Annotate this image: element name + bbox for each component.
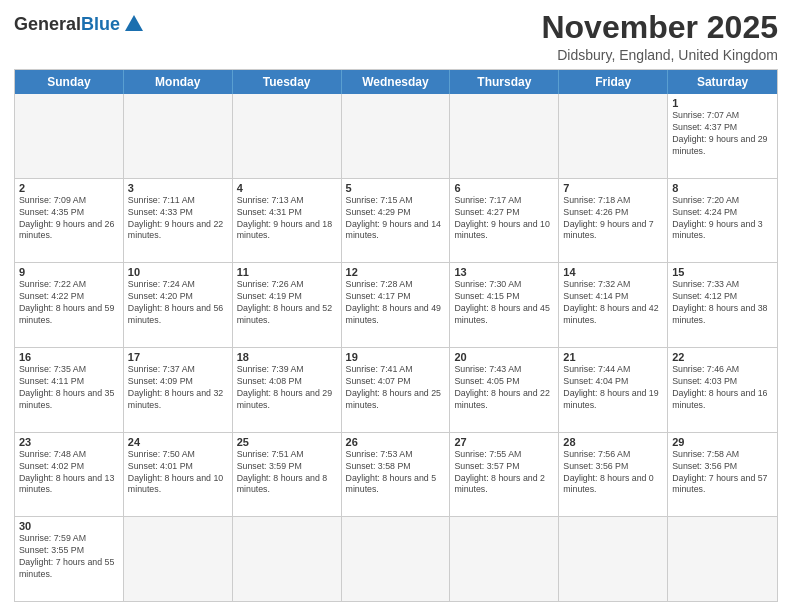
day-info: Sunrise: 7:58 AMSunset: 3:56 PMDaylight:… <box>672 449 773 497</box>
calendar: SundayMondayTuesdayWednesdayThursdayFrid… <box>14 69 778 602</box>
calendar-cell-0-2 <box>233 94 342 178</box>
day-number: 7 <box>563 182 663 194</box>
day-number: 21 <box>563 351 663 363</box>
calendar-cell-1-4: 6Sunrise: 7:17 AMSunset: 4:27 PMDaylight… <box>450 179 559 263</box>
day-info: Sunrise: 7:26 AMSunset: 4:19 PMDaylight:… <box>237 279 337 327</box>
weekday-header-saturday: Saturday <box>668 70 777 94</box>
calendar-cell-0-1 <box>124 94 233 178</box>
calendar-cell-2-4: 13Sunrise: 7:30 AMSunset: 4:15 PMDayligh… <box>450 263 559 347</box>
logo-text: General Blue <box>14 14 145 35</box>
day-number: 4 <box>237 182 337 194</box>
day-number: 2 <box>19 182 119 194</box>
main-title: November 2025 <box>541 10 778 45</box>
calendar-cell-3-2: 18Sunrise: 7:39 AMSunset: 4:08 PMDayligh… <box>233 348 342 432</box>
calendar-cell-1-5: 7Sunrise: 7:18 AMSunset: 4:26 PMDaylight… <box>559 179 668 263</box>
day-info: Sunrise: 7:56 AMSunset: 3:56 PMDaylight:… <box>563 449 663 497</box>
header: General Blue November 2025 Didsbury, Eng… <box>14 10 778 63</box>
day-number: 20 <box>454 351 554 363</box>
day-number: 25 <box>237 436 337 448</box>
day-info: Sunrise: 7:46 AMSunset: 4:03 PMDaylight:… <box>672 364 773 412</box>
day-info: Sunrise: 7:13 AMSunset: 4:31 PMDaylight:… <box>237 195 337 243</box>
day-info: Sunrise: 7:59 AMSunset: 3:55 PMDaylight:… <box>19 533 119 581</box>
logo-blue-text: Blue <box>81 14 120 35</box>
calendar-cell-3-5: 21Sunrise: 7:44 AMSunset: 4:04 PMDayligh… <box>559 348 668 432</box>
calendar-cell-4-0: 23Sunrise: 7:48 AMSunset: 4:02 PMDayligh… <box>15 433 124 517</box>
day-info: Sunrise: 7:53 AMSunset: 3:58 PMDaylight:… <box>346 449 446 497</box>
day-number: 10 <box>128 266 228 278</box>
page: General Blue November 2025 Didsbury, Eng… <box>0 0 792 612</box>
day-number: 9 <box>19 266 119 278</box>
day-info: Sunrise: 7:43 AMSunset: 4:05 PMDaylight:… <box>454 364 554 412</box>
day-info: Sunrise: 7:48 AMSunset: 4:02 PMDaylight:… <box>19 449 119 497</box>
day-number: 8 <box>672 182 773 194</box>
day-number: 19 <box>346 351 446 363</box>
day-number: 12 <box>346 266 446 278</box>
day-info: Sunrise: 7:33 AMSunset: 4:12 PMDaylight:… <box>672 279 773 327</box>
calendar-cell-3-1: 17Sunrise: 7:37 AMSunset: 4:09 PMDayligh… <box>124 348 233 432</box>
calendar-cell-0-6: 1Sunrise: 7:07 AMSunset: 4:37 PMDaylight… <box>668 94 777 178</box>
day-number: 11 <box>237 266 337 278</box>
day-number: 14 <box>563 266 663 278</box>
day-info: Sunrise: 7:24 AMSunset: 4:20 PMDaylight:… <box>128 279 228 327</box>
day-number: 24 <box>128 436 228 448</box>
day-number: 15 <box>672 266 773 278</box>
weekday-header-thursday: Thursday <box>450 70 559 94</box>
calendar-cell-2-3: 12Sunrise: 7:28 AMSunset: 4:17 PMDayligh… <box>342 263 451 347</box>
calendar-cell-5-1 <box>124 517 233 601</box>
day-info: Sunrise: 7:18 AMSunset: 4:26 PMDaylight:… <box>563 195 663 243</box>
day-info: Sunrise: 7:55 AMSunset: 3:57 PMDaylight:… <box>454 449 554 497</box>
logo: General Blue <box>14 14 145 35</box>
day-number: 18 <box>237 351 337 363</box>
calendar-cell-3-4: 20Sunrise: 7:43 AMSunset: 4:05 PMDayligh… <box>450 348 559 432</box>
weekday-header-sunday: Sunday <box>15 70 124 94</box>
calendar-cell-4-6: 29Sunrise: 7:58 AMSunset: 3:56 PMDayligh… <box>668 433 777 517</box>
calendar-row-0: 1Sunrise: 7:07 AMSunset: 4:37 PMDaylight… <box>15 94 777 178</box>
weekday-header-tuesday: Tuesday <box>233 70 342 94</box>
calendar-cell-1-6: 8Sunrise: 7:20 AMSunset: 4:24 PMDaylight… <box>668 179 777 263</box>
day-info: Sunrise: 7:28 AMSunset: 4:17 PMDaylight:… <box>346 279 446 327</box>
day-info: Sunrise: 7:07 AMSunset: 4:37 PMDaylight:… <box>672 110 773 158</box>
calendar-cell-0-5 <box>559 94 668 178</box>
day-info: Sunrise: 7:22 AMSunset: 4:22 PMDaylight:… <box>19 279 119 327</box>
day-info: Sunrise: 7:51 AMSunset: 3:59 PMDaylight:… <box>237 449 337 497</box>
weekday-header-monday: Monday <box>124 70 233 94</box>
calendar-cell-1-0: 2Sunrise: 7:09 AMSunset: 4:35 PMDaylight… <box>15 179 124 263</box>
calendar-cell-2-1: 10Sunrise: 7:24 AMSunset: 4:20 PMDayligh… <box>124 263 233 347</box>
calendar-cell-1-3: 5Sunrise: 7:15 AMSunset: 4:29 PMDaylight… <box>342 179 451 263</box>
day-info: Sunrise: 7:20 AMSunset: 4:24 PMDaylight:… <box>672 195 773 243</box>
calendar-cell-1-2: 4Sunrise: 7:13 AMSunset: 4:31 PMDaylight… <box>233 179 342 263</box>
weekday-header-wednesday: Wednesday <box>342 70 451 94</box>
day-number: 23 <box>19 436 119 448</box>
calendar-cell-5-2 <box>233 517 342 601</box>
logo-icon <box>123 13 145 35</box>
day-number: 6 <box>454 182 554 194</box>
title-block: November 2025 Didsbury, England, United … <box>541 10 778 63</box>
day-info: Sunrise: 7:44 AMSunset: 4:04 PMDaylight:… <box>563 364 663 412</box>
day-number: 22 <box>672 351 773 363</box>
day-info: Sunrise: 7:17 AMSunset: 4:27 PMDaylight:… <box>454 195 554 243</box>
calendar-cell-2-2: 11Sunrise: 7:26 AMSunset: 4:19 PMDayligh… <box>233 263 342 347</box>
day-number: 27 <box>454 436 554 448</box>
calendar-cell-5-0: 30Sunrise: 7:59 AMSunset: 3:55 PMDayligh… <box>15 517 124 601</box>
day-info: Sunrise: 7:11 AMSunset: 4:33 PMDaylight:… <box>128 195 228 243</box>
day-number: 17 <box>128 351 228 363</box>
day-info: Sunrise: 7:50 AMSunset: 4:01 PMDaylight:… <box>128 449 228 497</box>
day-number: 13 <box>454 266 554 278</box>
calendar-cell-4-5: 28Sunrise: 7:56 AMSunset: 3:56 PMDayligh… <box>559 433 668 517</box>
calendar-cell-5-4 <box>450 517 559 601</box>
day-info: Sunrise: 7:30 AMSunset: 4:15 PMDaylight:… <box>454 279 554 327</box>
calendar-row-4: 23Sunrise: 7:48 AMSunset: 4:02 PMDayligh… <box>15 432 777 517</box>
weekday-header-friday: Friday <box>559 70 668 94</box>
calendar-cell-0-3 <box>342 94 451 178</box>
day-info: Sunrise: 7:09 AMSunset: 4:35 PMDaylight:… <box>19 195 119 243</box>
day-number: 16 <box>19 351 119 363</box>
day-info: Sunrise: 7:41 AMSunset: 4:07 PMDaylight:… <box>346 364 446 412</box>
day-info: Sunrise: 7:15 AMSunset: 4:29 PMDaylight:… <box>346 195 446 243</box>
calendar-cell-0-0 <box>15 94 124 178</box>
logo-general-text: General <box>14 14 81 35</box>
svg-marker-0 <box>125 15 143 31</box>
calendar-cell-5-5 <box>559 517 668 601</box>
calendar-body: 1Sunrise: 7:07 AMSunset: 4:37 PMDaylight… <box>15 94 777 601</box>
calendar-cell-3-3: 19Sunrise: 7:41 AMSunset: 4:07 PMDayligh… <box>342 348 451 432</box>
day-number: 5 <box>346 182 446 194</box>
